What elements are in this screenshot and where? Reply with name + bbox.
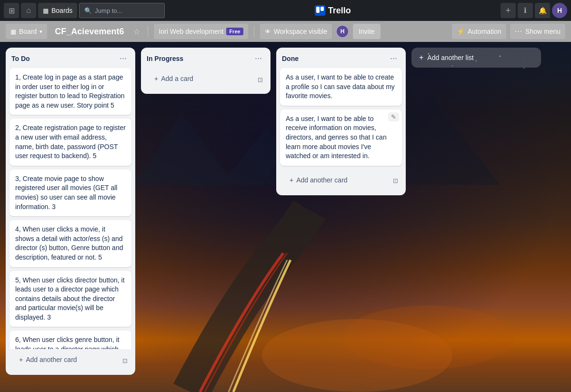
workspace-icon: 👁 xyxy=(265,28,271,35)
show-menu-icon: ··· xyxy=(515,27,522,36)
project-label: Iori Web development xyxy=(159,28,223,35)
list-todo-menu-button[interactable]: ··· xyxy=(117,52,130,64)
list-inprogress-header: In Progress ··· xyxy=(141,48,270,68)
done-add-icon: + xyxy=(290,176,293,184)
template-icon: ⊡ xyxy=(122,357,128,364)
todo-card-3[interactable]: 3, Create movie page to show registered … xyxy=(10,170,131,216)
logo-text: Trello xyxy=(315,5,351,16)
info-button[interactable]: ℹ xyxy=(518,3,533,18)
list-done-title: Done xyxy=(282,55,299,62)
list-inprogress-title: In Progress xyxy=(147,55,183,62)
show-menu-label: Show menu xyxy=(525,28,561,35)
todo-card-5[interactable]: 5, When user clicks director button, it … xyxy=(10,271,131,327)
home-icon: ⌂ xyxy=(26,6,31,15)
card-text: 4, When user clicks a movie, it shows a … xyxy=(15,225,123,261)
svg-rect-2 xyxy=(321,7,324,11)
edit-icon: ✎ xyxy=(391,113,396,121)
todo-card-2[interactable]: 2, Create registration page to register … xyxy=(10,119,131,165)
separator-2 xyxy=(254,26,254,37)
list-todo: To Do ··· 1, Create log in page as a sta… xyxy=(6,48,135,375)
workspace-visible-button[interactable]: 👁 Workspace visible xyxy=(260,24,332,39)
inprogress-add-label: Add a card xyxy=(161,75,193,82)
card-text: 6, When user clicks genre button, it lea… xyxy=(15,336,123,349)
automation-label: Automation xyxy=(468,28,501,35)
avatar-initials: H xyxy=(557,7,562,14)
invite-button[interactable]: Invite xyxy=(353,24,380,39)
member-avatar[interactable]: H xyxy=(336,25,349,38)
list-done-menu-button[interactable]: ··· xyxy=(387,52,400,64)
list-inprogress: In Progress ··· + Add a card ⊡ xyxy=(141,48,270,94)
star-button[interactable]: ☆ xyxy=(131,25,142,38)
done-card-2[interactable]: As a user, I want to be able to receive … xyxy=(280,110,402,166)
template-icon-2: ⊡ xyxy=(258,76,263,83)
show-menu-button[interactable]: ··· Show menu xyxy=(510,24,565,39)
done-add-label: Add another card xyxy=(296,176,347,184)
board-view-button[interactable]: ▦ Board ▾ xyxy=(6,24,47,39)
done-add-card-row: + Add another card ⊡ xyxy=(276,170,406,195)
list-done-header: Done ··· xyxy=(276,48,406,68)
done-add-card-button[interactable]: + Add another card xyxy=(284,172,353,188)
svg-rect-1 xyxy=(316,7,320,13)
top-navigation: ⊞ ⌂ ▦ Boards 🔍 Jump to... Trello + ℹ 🔔 H xyxy=(0,0,571,21)
boards-label: Boards xyxy=(51,7,72,14)
add-list-icon: + xyxy=(419,53,423,62)
inprogress-add-card-row: + Add a card ⊡ xyxy=(141,68,270,94)
list-todo-header: To Do ··· xyxy=(6,48,135,68)
inprogress-add-card-button[interactable]: + Add a card xyxy=(149,71,199,86)
todo-add-icon: + xyxy=(19,356,23,363)
board-label: Board xyxy=(19,28,37,35)
project-badge: Free xyxy=(226,28,243,35)
plus-icon: + xyxy=(506,6,511,16)
boards-button[interactable]: ▦ Boards xyxy=(38,3,77,18)
done-template-button[interactable]: ⊡ xyxy=(389,173,402,188)
board-dropdown-icon: ▾ xyxy=(40,29,42,35)
card-text: 3, Create movie page to show registered … xyxy=(15,175,117,211)
star-icon: ☆ xyxy=(133,28,140,36)
search-icon: 🔍 xyxy=(84,7,92,14)
member-initials: H xyxy=(341,28,345,35)
search-bar[interactable]: 🔍 Jump to... xyxy=(79,3,165,18)
list-inprogress-menu-button[interactable]: ··· xyxy=(252,52,265,64)
board-title[interactable]: CF_Acievement6 xyxy=(51,27,128,37)
notifications-button[interactable]: 🔔 xyxy=(535,3,550,18)
add-list-label: Add another list xyxy=(427,54,473,61)
boards-icon: ▦ xyxy=(43,7,49,14)
lists-area: To Do ··· 1, Create log in page as a sta… xyxy=(0,42,571,392)
board-icon: ▦ xyxy=(10,28,16,35)
template-icon-3: ⊡ xyxy=(393,177,398,184)
grid-icon-button[interactable]: ⊞ xyxy=(4,3,19,18)
automation-icon: ⚡ xyxy=(457,28,465,35)
user-avatar[interactable]: H xyxy=(552,3,567,18)
done-card-1[interactable]: As a user, I want to be able to create a… xyxy=(280,68,402,106)
automation-button[interactable]: ⚡ Automation xyxy=(452,24,506,39)
workspace-label: Workspace visible xyxy=(274,28,328,35)
search-placeholder: Jump to... xyxy=(95,7,122,14)
add-button[interactable]: + xyxy=(501,3,516,18)
inprogress-add-icon: + xyxy=(154,75,158,82)
todo-add-card-row: + Add another card ⊡ xyxy=(6,349,135,375)
card-text: As a user, I want to be able to create a… xyxy=(286,73,395,100)
add-list-button[interactable]: + Add another list xyxy=(411,48,541,68)
list-done-cards: As a user, I want to be able to create a… xyxy=(276,68,406,170)
list-todo-cards: 1, Create log in page as a start page in… xyxy=(6,68,135,349)
card-text: 2, Create registration page to register … xyxy=(15,124,126,160)
todo-card-1[interactable]: 1, Create log in page as a start page in… xyxy=(10,68,131,115)
list-done: Done ··· As a user, I want to be able to… xyxy=(276,48,406,195)
home-button[interactable]: ⌂ xyxy=(21,3,36,18)
top-nav-right: + ℹ 🔔 H xyxy=(501,3,567,18)
add-list-column: + Add another list xyxy=(411,48,541,68)
project-button[interactable]: Iori Web development Free xyxy=(154,24,248,39)
inprogress-template-button[interactable]: ⊡ xyxy=(254,72,267,87)
card-edit-button[interactable]: ✎ xyxy=(388,112,399,121)
todo-card-4[interactable]: 4, When user clicks a movie, it shows a … xyxy=(10,220,131,267)
info-icon: ℹ xyxy=(524,6,527,15)
card-text: As a user, I want to be able to receive … xyxy=(286,115,387,160)
todo-add-card-button[interactable]: + Add another card xyxy=(13,352,83,367)
todo-add-label: Add another card xyxy=(26,356,77,363)
grid-icon: ⊞ xyxy=(9,6,15,15)
board-navigation: ▦ Board ▾ CF_Acievement6 ☆ Iori Web deve… xyxy=(0,21,571,42)
list-todo-title: To Do xyxy=(11,55,30,62)
todo-template-button[interactable]: ⊡ xyxy=(119,353,131,368)
todo-card-6[interactable]: 6, When user clicks genre button, it lea… xyxy=(10,331,131,349)
trello-logo: Trello xyxy=(167,5,499,16)
